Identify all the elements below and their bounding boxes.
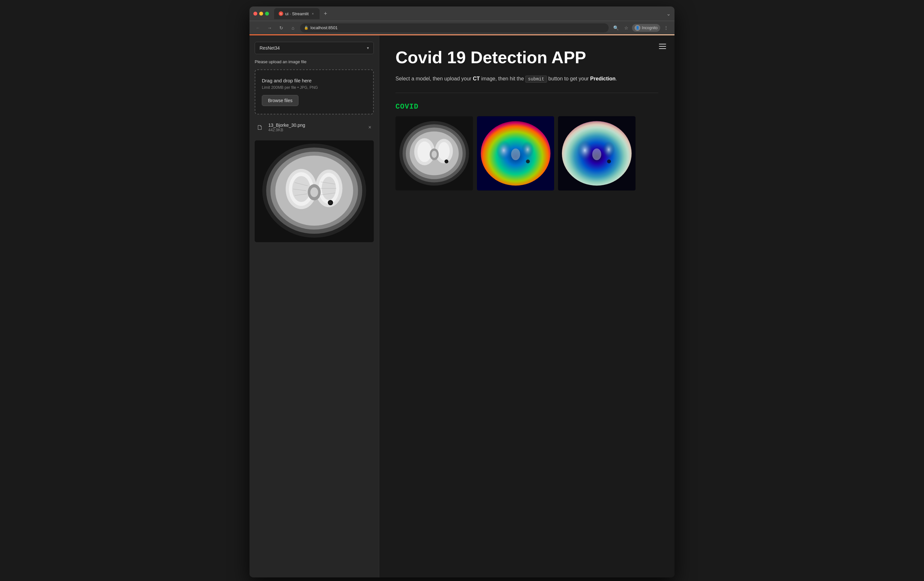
svg-point-27: [417, 142, 432, 162]
ct-original: [396, 116, 473, 191]
back-icon: ←: [256, 25, 260, 30]
upload-dropzone[interactable]: Drag and drop file here Limit 200MB per …: [255, 69, 374, 114]
file-doc-icon: 🗋: [255, 122, 265, 133]
svg-point-7: [292, 176, 310, 202]
hamburger-line-2: [659, 46, 666, 47]
main-content: Covid 19 Detection APP Select a model, t…: [379, 35, 675, 578]
close-button[interactable]: [253, 12, 257, 16]
tab-close-button[interactable]: ×: [310, 12, 315, 16]
bookmark-button[interactable]: ☆: [622, 23, 631, 33]
svg-point-45: [607, 160, 611, 163]
forward-icon: →: [267, 25, 272, 30]
subtitle-part2: image, then hit the: [480, 76, 526, 81]
app-content: ResNet34 ▾ Please upload an image file D…: [249, 35, 675, 578]
app-subtitle: Select a model, then upload your CT imag…: [396, 74, 658, 83]
images-grid: [396, 116, 635, 191]
minimize-button[interactable]: [259, 12, 263, 16]
hamburger-line-3: [659, 48, 666, 49]
navbar: ← → ↻ ⌂ 🔒 localhost:8501 🔍 ☆ 👤 Incognito: [249, 21, 675, 35]
svg-point-33: [445, 160, 448, 163]
svg-point-29: [438, 142, 450, 160]
incognito-badge: 👤 Incognito: [632, 24, 660, 32]
tab-favicon: S: [279, 12, 283, 16]
more-button[interactable]: ⋮: [662, 23, 671, 33]
back-button[interactable]: ←: [253, 23, 262, 33]
new-tab-button[interactable]: +: [321, 9, 330, 18]
incognito-label: Incognito: [642, 26, 658, 30]
model-select[interactable]: ResNet34 ▾: [255, 42, 374, 54]
prediction-label: COVID: [396, 103, 658, 111]
dropzone-title: Drag and drop file here: [262, 78, 366, 83]
model-select-value: ResNet34: [259, 45, 280, 51]
page-title: Covid 19 Detection APP: [396, 48, 658, 67]
titlebar: S ui · Streamlit × + ⌄: [249, 7, 675, 21]
thumbnail: [255, 140, 374, 242]
subtitle-ct: CT: [473, 76, 480, 81]
dropzone-subtitle: Limit 200MB per file • JPG, PNG: [262, 85, 366, 90]
home-icon: ⌂: [292, 25, 294, 30]
hamburger-menu[interactable]: [657, 42, 668, 51]
ct-heatmap2: [558, 116, 635, 191]
svg-point-12: [310, 188, 318, 197]
svg-point-39: [526, 160, 530, 163]
address-bar[interactable]: 🔒 localhost:8501: [300, 23, 609, 33]
zoom-icon: 🔍: [613, 25, 619, 30]
divider: [396, 93, 658, 93]
browse-files-button[interactable]: Browse files: [262, 95, 299, 106]
home-button[interactable]: ⌂: [289, 23, 297, 33]
active-tab[interactable]: S ui · Streamlit ×: [274, 8, 320, 19]
reload-button[interactable]: ↻: [277, 23, 286, 33]
model-select-arrow: ▾: [367, 46, 369, 50]
svg-point-38: [511, 148, 520, 160]
svg-point-44: [592, 148, 602, 160]
file-item: 🗋 13_Bjorke_30.png 442.9KB ×: [255, 120, 374, 135]
browser-window: S ui · Streamlit × + ⌄ ← → ↻ ⌂ 🔒 localho…: [249, 7, 675, 578]
forward-button[interactable]: →: [265, 23, 274, 33]
subtitle-part3: button to get your: [547, 76, 590, 81]
subtitle-part1: Select a model, then upload your: [396, 76, 473, 81]
reload-icon: ↻: [279, 25, 283, 30]
tab-chevron[interactable]: ⌄: [667, 11, 671, 17]
zoom-button[interactable]: 🔍: [611, 23, 620, 33]
subtitle-bold: Prediction: [590, 76, 615, 81]
upload-label: Please upload an image file: [255, 59, 374, 64]
more-icon: ⋮: [664, 25, 668, 30]
svg-point-31: [432, 151, 437, 158]
subtitle-end: .: [615, 76, 617, 81]
hamburger-line-1: [659, 44, 666, 44]
ct-heatmap1: [477, 116, 554, 191]
lock-icon: 🔒: [304, 26, 309, 30]
bookmark-icon: ☆: [624, 25, 629, 30]
tab-bar: S ui · Streamlit × + ⌄: [274, 8, 671, 19]
tab-title: ui · Streamlit: [285, 12, 309, 16]
file-size: 442.9KB: [268, 128, 363, 132]
file-name: 13_Bjorke_30.png: [268, 123, 363, 128]
incognito-icon: 👤: [635, 25, 640, 31]
file-info: 13_Bjorke_30.png 442.9KB: [268, 123, 363, 132]
svg-point-14: [329, 201, 332, 204]
file-remove-button[interactable]: ×: [366, 123, 374, 131]
traffic-lights: [253, 12, 269, 16]
maximize-button[interactable]: [265, 12, 269, 16]
url-text: localhost:8501: [310, 25, 605, 30]
subtitle-code: submit: [525, 76, 547, 83]
sidebar: ResNet34 ▾ Please upload an image file D…: [249, 35, 379, 578]
nav-actions: 🔍 ☆ 👤 Incognito ⋮: [611, 23, 671, 33]
